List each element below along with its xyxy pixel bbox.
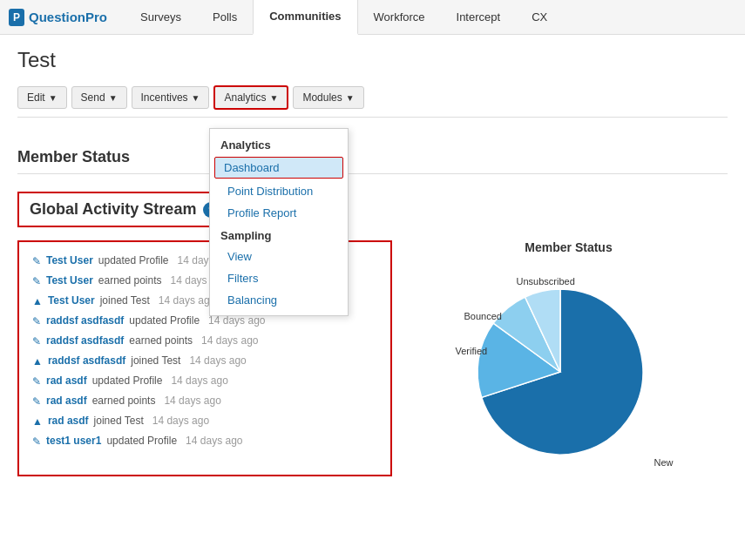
label-unsubscribed: Unsubscribed <box>517 276 575 287</box>
chart-area: Member Status Unsubscribed Bounced Verif… <box>410 240 728 476</box>
activity-action: joined Test <box>94 415 144 427</box>
pie-svg <box>447 267 674 459</box>
top-nav-item-workforce[interactable]: Workforce <box>358 0 441 35</box>
top-nav-items: SurveysPollsCommunitiesWorkforceIntercep… <box>125 0 563 35</box>
activity-user[interactable]: raddsf asdfasdf <box>46 334 124 347</box>
activity-user[interactable]: raddsf asdfasdf <box>46 314 124 327</box>
activity-user[interactable]: raddsf asdfasdf <box>48 354 125 367</box>
label-bounced: Bounced <box>464 311 502 321</box>
page-content: Test Edit ▼Send ▼Incentives ▼Analytics ▼… <box>0 35 745 489</box>
toolbar-btn-send[interactable]: Send ▼ <box>71 86 127 109</box>
activity-action: earned points <box>129 334 193 347</box>
member-status-heading: Member Status <box>17 148 728 174</box>
pie-chart: Unsubscribed Bounced Verified New <box>447 267 691 476</box>
activity-action: earned points <box>92 395 156 407</box>
main-content-area: ✎Test User updated Profile14 days ago✎Te… <box>17 240 728 476</box>
activity-item: ▲rad asdf joined Test14 days ago <box>32 411 377 431</box>
dropdown-item-filters[interactable]: Filters <box>210 267 348 289</box>
activity-time: 14 days ago <box>186 435 242 447</box>
edit-icon: ✎ <box>32 395 41 408</box>
edit-icon: ✎ <box>32 275 41 287</box>
activity-item: ✎rad asdf updated Profile14 days ago <box>32 371 377 391</box>
top-nav-item-communities[interactable]: Communities <box>253 0 357 35</box>
dropdown-item-dashboard[interactable]: Dashboard <box>214 157 343 179</box>
activity-user[interactable]: rad asdf <box>46 374 87 387</box>
dropdown-section-analytics: Analytics <box>210 133 348 155</box>
toolbar-btn-edit[interactable]: Edit ▼ <box>17 86 67 109</box>
activity-user[interactable]: Test User <box>46 274 93 287</box>
activity-user[interactable]: rad asdf <box>48 415 89 427</box>
top-nav-item-surveys[interactable]: Surveys <box>125 0 197 35</box>
global-activity-stream-heading: Global Activity Stream ? <box>17 192 231 227</box>
edit-icon: ✎ <box>32 375 41 388</box>
logo-icon: P <box>9 9 24 26</box>
dropdown-item-balancing[interactable]: Balancing <box>210 289 348 311</box>
dropdown-item-point-distribution[interactable]: Point Distribution <box>210 180 348 202</box>
label-verified: Verified <box>456 346 488 356</box>
activity-time: 14 days ago <box>171 374 227 387</box>
activity-time: 14 days ago <box>152 415 209 427</box>
dropdown-item-view[interactable]: View <box>210 246 348 267</box>
activity-item: ✎rad asdf earned points14 days ago <box>32 391 377 411</box>
chart-title: Member Status <box>525 240 612 254</box>
edit-icon: ✎ <box>32 315 41 327</box>
activity-user[interactable]: Test User <box>46 254 93 267</box>
page-title: Test <box>17 48 728 72</box>
activity-action: updated Profile <box>106 435 177 447</box>
activity-item: ✎raddsf asdfasdf earned points14 days ag… <box>32 331 377 351</box>
toolbar-btn-modules[interactable]: Modules ▼ <box>293 86 363 109</box>
edit-icon: ✎ <box>32 435 41 448</box>
activity-time: 14 days ago <box>208 314 265 327</box>
dropdown-item-profile-report[interactable]: Profile Report <box>210 202 348 224</box>
activity-action: joined Test <box>100 294 150 307</box>
top-nav-item-cx[interactable]: CX <box>516 0 563 35</box>
activity-item: ✎test1 user1 updated Profile14 days ago <box>32 431 377 451</box>
activity-user[interactable]: Test User <box>48 294 95 307</box>
activity-user[interactable]: rad asdf <box>46 395 87 407</box>
label-new: New <box>654 457 673 468</box>
activity-action: earned points <box>98 274 162 287</box>
user-icon: ▲ <box>32 295 43 307</box>
toolbar-btn-incentives[interactable]: Incentives ▼ <box>132 86 210 109</box>
activity-user[interactable]: test1 user1 <box>46 435 101 447</box>
activity-time: 14 days ago <box>201 334 258 347</box>
user-icon: ▲ <box>32 415 43 428</box>
toolbar-btn-analytics[interactable]: Analytics ▼ <box>213 85 288 110</box>
logo-text: QuestionPro <box>29 10 107 24</box>
activity-item: ▲raddsf asdfasdf joined Test14 days ago <box>32 351 377 371</box>
activity-time: 14 days ago <box>159 294 215 307</box>
activity-action: updated Profile <box>98 254 169 267</box>
user-icon: ▲ <box>32 355 43 368</box>
gas-label: Global Activity Stream <box>30 200 196 219</box>
dropdown-section-sampling: Sampling <box>210 224 348 246</box>
activity-time: 14 days ago <box>189 354 246 367</box>
logo[interactable]: P QuestionPro <box>9 9 107 26</box>
edit-icon: ✎ <box>32 255 41 267</box>
activity-time: 14 days ago <box>164 395 220 407</box>
top-navigation: P QuestionPro SurveysPollsCommunitiesWor… <box>0 0 745 35</box>
top-nav-item-polls[interactable]: Polls <box>197 0 253 35</box>
activity-action: updated Profile <box>129 314 200 327</box>
toolbar: Edit ▼Send ▼Incentives ▼Analytics ▼Modul… <box>17 85 728 118</box>
activity-action: joined Test <box>131 354 180 367</box>
top-nav-item-intercept[interactable]: Intercept <box>441 0 517 35</box>
analytics-dropdown: AnalyticsDashboardPoint DistributionProf… <box>209 128 349 316</box>
activity-action: updated Profile <box>92 374 163 387</box>
edit-icon: ✎ <box>32 335 41 347</box>
